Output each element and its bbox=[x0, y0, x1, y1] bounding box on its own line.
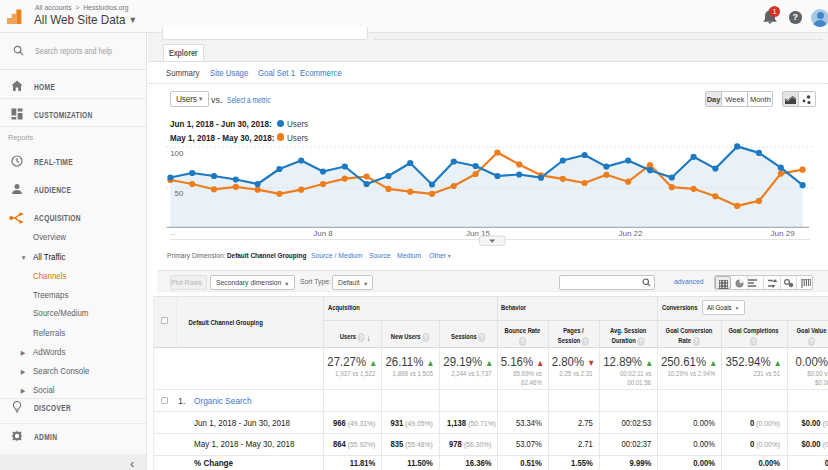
svg-text:Jun 29: Jun 29 bbox=[771, 229, 796, 238]
svg-text:100: 100 bbox=[170, 149, 184, 158]
svg-text:50: 50 bbox=[175, 189, 184, 198]
svg-text:...: ... bbox=[170, 229, 176, 236]
svg-text:Jun 8: Jun 8 bbox=[313, 229, 333, 238]
svg-text:Jun 22: Jun 22 bbox=[618, 229, 643, 238]
